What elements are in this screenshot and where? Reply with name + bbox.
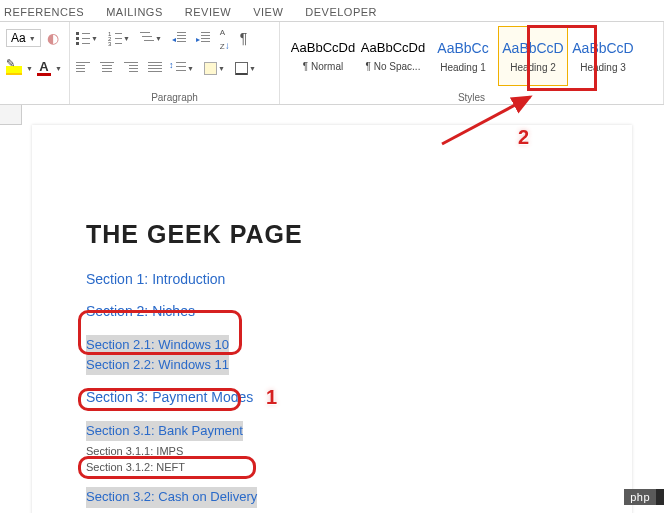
styles-gallery[interactable]: AaBbCcDd ¶ Normal AaBbCcDd ¶ No Spac... … (284, 26, 659, 86)
shading-icon (204, 62, 217, 75)
watermark: php (624, 489, 656, 505)
styles-group: AaBbCcDd ¶ Normal AaBbCcDd ¶ No Spac... … (280, 22, 664, 104)
tab-view[interactable]: VIEW (253, 6, 283, 18)
document-area: THE GEEK PAGE Section 1: Introduction Se… (0, 105, 664, 505)
bullets-button[interactable]: ▼ (76, 32, 98, 44)
line-spacing-button[interactable]: ↕▼ (172, 62, 194, 74)
ribbon-tabs: REFERENCES MAILINGS REVIEW VIEW DEVELOPE… (0, 0, 664, 22)
decrease-indent-button[interactable]: ◂ (172, 32, 186, 44)
tab-mailings[interactable]: MAILINGS (106, 6, 163, 18)
font-color-button[interactable]: A (37, 60, 51, 76)
tab-references[interactable]: REFERENCES (4, 6, 84, 18)
highlight-caret-icon[interactable]: ▼ (26, 65, 33, 72)
annotation-number-1: 1 (266, 386, 277, 409)
align-right-button[interactable] (124, 62, 138, 74)
style-no-spacing[interactable]: AaBbCcDd ¶ No Spac... (358, 26, 428, 86)
styles-group-label: Styles (280, 92, 663, 103)
ruler-corner (0, 105, 22, 125)
increase-indent-button[interactable]: ▸ (196, 32, 210, 44)
heading-section-3-1[interactable]: Section 3.1: Bank Payment (86, 421, 243, 441)
heading-section-3-1-1[interactable]: Section 3.1.1: IMPS (86, 445, 632, 457)
style-heading-2[interactable]: AaBbCcD Heading 2 (498, 26, 568, 86)
clear-formatting-icon[interactable]: ◐ (47, 30, 59, 46)
heading-section-3[interactable]: Section 3: Payment Modes (86, 389, 632, 405)
show-marks-button[interactable]: ¶ (240, 30, 248, 46)
align-justify-button[interactable] (148, 62, 162, 74)
annotation-number-2: 2 (518, 126, 529, 149)
heading-section-2[interactable]: Section 2: Niches (86, 303, 632, 319)
highlight-icon[interactable] (6, 61, 22, 75)
font-group-fragment: Aa▼ ◐ ▼ A▼ (0, 22, 70, 104)
paragraph-group: ▼ 123▼ ▼ ◂ ▸ AZ↓ ¶ ↕▼ ▼ ▼ Paragraph (70, 22, 280, 104)
align-left-button[interactable] (76, 62, 90, 74)
style-heading-1[interactable]: AaBbCc Heading 1 (428, 26, 498, 86)
heading-section-3-1-2[interactable]: Section 3.1.2: NEFT (86, 461, 632, 473)
align-center-button[interactable] (100, 62, 114, 74)
heading-section-1[interactable]: Section 1: Introduction (86, 271, 632, 287)
multilevel-button[interactable]: ▼ (140, 32, 162, 44)
numbering-button[interactable]: 123▼ (108, 32, 130, 44)
heading-section-2-1[interactable]: Section 2.1: Windows 10 (86, 335, 229, 355)
page[interactable]: THE GEEK PAGE Section 1: Introduction Se… (32, 125, 632, 513)
numbering-icon: 123 (108, 32, 122, 44)
shading-button[interactable]: ▼ (204, 62, 225, 75)
heading-section-2-2[interactable]: Section 2.2: Windows 11 (86, 355, 229, 375)
font-color-caret-icon[interactable]: ▼ (55, 65, 62, 72)
page-title[interactable]: THE GEEK PAGE (86, 220, 632, 249)
paragraph-group-label: Paragraph (70, 92, 279, 103)
ribbon: Aa▼ ◐ ▼ A▼ ▼ 123▼ ▼ ◂ ▸ AZ↓ ¶ ↕▼ ▼ ▼ Pa (0, 22, 664, 105)
borders-button[interactable]: ▼ (235, 62, 256, 75)
heading-section-3-2[interactable]: Section 3.2: Cash on Delivery (86, 487, 257, 507)
sort-button[interactable]: AZ↓ (220, 24, 230, 52)
style-normal[interactable]: AaBbCcDd ¶ Normal (288, 26, 358, 86)
change-case-button[interactable]: Aa▼ (6, 29, 41, 47)
borders-icon (235, 62, 248, 75)
bullets-icon (76, 32, 90, 44)
line-spacing-icon: ↕ (172, 62, 186, 74)
tab-developer[interactable]: DEVELOPER (305, 6, 377, 18)
tab-review[interactable]: REVIEW (185, 6, 231, 18)
multilevel-icon (140, 32, 154, 44)
style-heading-3[interactable]: AaBbCcD Heading 3 (568, 26, 638, 86)
